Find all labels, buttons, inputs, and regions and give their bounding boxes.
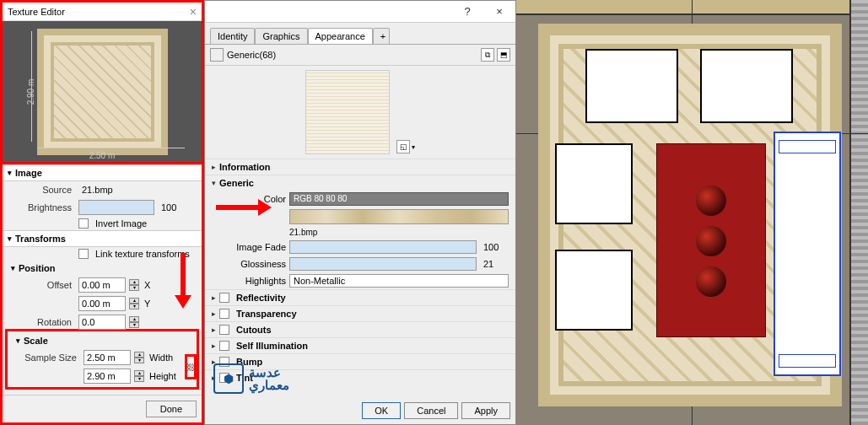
image-fade-label: Image Fade [212, 242, 286, 252]
color-value[interactable]: RGB 80 80 80 [289, 192, 509, 206]
preview-mode-icon[interactable]: ◱ [396, 140, 410, 153]
chair-object[interactable] [585, 49, 678, 123]
annotation-arrow-icon [172, 253, 192, 312]
viewport-3d[interactable] [516, 0, 868, 425]
image-filename: 21.bmp [289, 228, 317, 237]
sofa-object[interactable] [774, 132, 841, 376]
close-icon[interactable]: × [190, 5, 197, 19]
source-label: Source [8, 185, 75, 195]
reflectivity-section[interactable]: ▸Reflectivity [205, 289, 515, 305]
texture-editor-panel: Texture Editor × 2.90 m 2.50 m ▾Image So… [0, 0, 204, 425]
link-checkbox[interactable] [78, 249, 89, 259]
offset-x-input[interactable]: 0.00 m [78, 277, 126, 293]
duplicate-icon[interactable]: ⧉ [481, 48, 494, 62]
apply-button[interactable]: Apply [461, 402, 510, 419]
glossiness-input[interactable] [289, 257, 477, 271]
transparency-section[interactable]: ▸Transparency [205, 305, 515, 321]
image-section[interactable]: ▾Image [3, 164, 202, 181]
material-preview: ◱ ▾ [205, 66, 515, 159]
rotation-spinner[interactable]: ▴▾ [129, 316, 139, 328]
invert-label: Invert Image [95, 218, 147, 229]
chair-object[interactable] [555, 143, 633, 224]
cutouts-section[interactable]: ▸Cutouts [205, 321, 515, 337]
rug-thumbnail [37, 29, 168, 155]
chair-object[interactable] [555, 250, 633, 331]
watermark-logo: ⬢ عدسة معماري [213, 363, 289, 394]
tab-graphics[interactable]: Graphics [255, 28, 307, 44]
logo-text: عدسة معماري [249, 366, 289, 391]
window-title: Texture Editor [8, 7, 65, 17]
sample-label: Sample Size [13, 352, 80, 363]
tab-identity[interactable]: Identity [210, 28, 255, 44]
glossiness-label: Glossiness [212, 259, 286, 269]
brightness-label: Brightness [8, 202, 75, 212]
self-illum-checkbox[interactable] [219, 341, 229, 351]
title-bar: Texture Editor × [3, 3, 202, 21]
dimension-height: 2.90 m [26, 78, 35, 105]
chair-object[interactable] [700, 49, 793, 123]
brightness-input[interactable] [78, 200, 154, 215]
cancel-button[interactable]: Cancel [404, 402, 458, 419]
material-thumbnail[interactable] [305, 70, 390, 154]
offset-label: Offset [8, 280, 75, 290]
offset-y-spinner[interactable]: ▴▾ [129, 298, 139, 309]
transforms-section[interactable]: ▾Transforms [3, 230, 202, 247]
reflectivity-checkbox[interactable] [219, 293, 229, 303]
sample-h-spinner[interactable]: ▴▾ [134, 370, 144, 382]
rotation-label: Rotation [8, 317, 75, 327]
highlights-value[interactable]: Non-Metallic [289, 274, 509, 288]
information-section[interactable]: ▸Information [205, 159, 515, 175]
dropdown-arrow-icon[interactable]: ▾ [412, 143, 415, 151]
asset-name: Generic(68) [227, 50, 276, 60]
link-chain-icon[interactable]: ⛓ [185, 354, 197, 379]
generic-section[interactable]: ▾Generic [205, 175, 515, 191]
invert-checkbox[interactable] [78, 218, 89, 229]
transparency-checkbox[interactable] [219, 309, 229, 319]
tab-appearance[interactable]: Appearance [308, 28, 373, 44]
lamp-object[interactable] [696, 266, 726, 297]
offset-x-spinner[interactable]: ▴▾ [129, 279, 139, 291]
source-value[interactable]: 21.bmp [78, 183, 116, 196]
window-header: ? × [205, 1, 515, 23]
sample-w-spinner[interactable]: ▴▾ [134, 352, 144, 363]
self-illum-section[interactable]: ▸Self Illumination [205, 337, 515, 353]
cutouts-checkbox[interactable] [219, 325, 229, 335]
done-button[interactable]: Done [146, 401, 197, 417]
asset-swatch-icon[interactable] [210, 48, 224, 62]
lamp-object[interactable] [696, 186, 726, 216]
texture-preview: 2.90 m 2.50 m [3, 21, 202, 164]
texture-strip[interactable] [289, 209, 509, 224]
logo-badge-icon: ⬢ [213, 363, 244, 394]
replace-icon[interactable]: ⬒ [497, 48, 510, 62]
asset-row: Generic(68) ⧉ ⬒ [205, 45, 515, 66]
help-icon[interactable]: ? [451, 5, 483, 18]
offset-y-input[interactable]: 0.00 m [78, 296, 126, 311]
image-fade-input[interactable] [289, 240, 477, 254]
close-icon[interactable]: × [483, 5, 515, 18]
scale-section[interactable]: ▾Scale [8, 333, 197, 348]
highlights-label: Highlights [212, 276, 286, 286]
rotation-input[interactable]: 0.0 [78, 315, 126, 330]
lamp-object[interactable] [696, 226, 726, 256]
sample-width-input[interactable]: 2.50 m [84, 350, 131, 365]
ok-button[interactable]: OK [362, 402, 401, 419]
tab-add[interactable]: + [373, 28, 390, 44]
wall-right [849, 0, 868, 425]
sample-height-input[interactable]: 2.90 m [84, 369, 131, 384]
annotation-arrow-icon [216, 199, 275, 216]
dimension-width: 2.50 m [89, 151, 116, 160]
tab-row: Identity Graphics Appearance + [205, 23, 515, 45]
